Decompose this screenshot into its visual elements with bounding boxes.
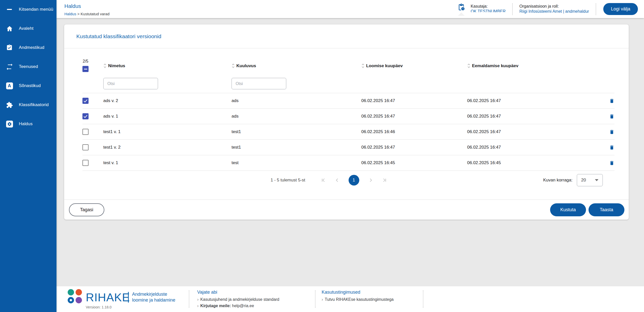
prev-page-icon[interactable] (335, 178, 339, 182)
terms-title[interactable]: Kasutustingimused (322, 290, 394, 295)
sort-icon[interactable] (361, 63, 365, 68)
brand-tagline: Andmekirjelduste loomine ja haldamine (132, 291, 175, 303)
delete-row-icon[interactable] (603, 129, 614, 135)
column-label: Loomise kuupäev (366, 63, 403, 68)
page-size-label: Kuvan korraga: (543, 178, 573, 183)
column-label: Eemaldamise kuupäev (472, 63, 518, 68)
restore-button[interactable]: Taasta (589, 203, 624, 216)
page-size-select[interactable]: 20 (577, 174, 603, 186)
sidebar-item-avaleht[interactable]: Avaleht (0, 23, 56, 34)
table-body: ads v. 2 ads 06.02.2025 16:47 06.02.2025… (82, 93, 614, 171)
cell-nimetus: test v. 1 (103, 160, 232, 165)
breadcrumb-root-link[interactable]: Haldus (64, 12, 76, 16)
cell-removed: 06.02.2025 16:47 (467, 114, 603, 119)
sidebar-item-label: Teenused (19, 64, 38, 69)
sidebar-item-label: Haldus (19, 121, 33, 126)
cell-kuuluvus: test (232, 160, 361, 165)
brand-divider (128, 292, 129, 303)
sort-icon[interactable] (232, 63, 235, 68)
cell-removed: 06.02.2025 16:45 (467, 160, 603, 165)
logout-button[interactable]: Logi välja (603, 3, 638, 15)
cell-kuuluvus: test1 (232, 129, 361, 134)
cell-created: 06.02.2025 16:47 (361, 145, 467, 150)
delete-row-icon[interactable] (603, 114, 614, 119)
clipboard-clock-icon[interactable] (457, 3, 465, 15)
org-block: Organisatsioon ja roll: Riigi Infosüstee… (519, 3, 596, 15)
page-number-button[interactable]: 1 (349, 175, 359, 186)
cell-created: 06.02.2025 16:47 (361, 114, 467, 119)
column-label: Kuuluvus (236, 63, 256, 68)
rihake-logo-text: RIHAKE (86, 291, 130, 304)
chevron-down-icon (595, 179, 598, 181)
column-header-loomise-kuupaev[interactable]: Loomise kuupäev (361, 63, 467, 68)
cell-nimetus: test1 v. 2 (103, 145, 232, 150)
sort-icon[interactable] (467, 63, 470, 68)
deleted-versions-card: Kustutatud klassifikaatori versioonid 2/… (64, 24, 629, 220)
user-value: OK TESTNUMBER (471, 9, 506, 12)
last-page-icon[interactable] (382, 178, 387, 182)
delete-row-icon[interactable] (603, 160, 614, 166)
table: 2/5 Nimetus Kuuluvus Loomise kuupäev (64, 59, 629, 188)
rihake-logo-dots (68, 289, 82, 304)
sidebar-item-label: Sõnastikud (19, 83, 41, 88)
cell-nimetus: ads v. 2 (103, 98, 232, 103)
back-button[interactable]: Tagasi (69, 203, 104, 216)
card-title: Kustutatud klassifikaatori versioonid (64, 24, 629, 48)
table-row: test1 v. 2 test1 06.02.2025 16:47 06.02.… (82, 140, 614, 155)
clipboard-check-icon (0, 44, 19, 51)
row-checkbox[interactable] (82, 113, 89, 119)
row-checkbox[interactable] (82, 129, 89, 135)
home-icon (0, 25, 19, 32)
cell-kuuluvus: test1 (232, 145, 361, 150)
card-actions: Tagasi Kustuta Taasta (64, 200, 629, 220)
sidebar-item-andmestikud[interactable]: Andmestikud (0, 42, 56, 53)
sidebar-item-teenused[interactable]: Teenused (0, 61, 56, 72)
puzzle-icon (0, 102, 19, 108)
pagination: 1 - 5 tulemust 5-st 1 (82, 173, 614, 188)
sidebar-item-klassifikaatorid[interactable]: Klassifikaatorid (0, 100, 56, 110)
table-row: test1 v. 1 test1 06.02.2025 16:46 06.02.… (82, 124, 614, 140)
delete-button[interactable]: Kustuta (550, 203, 586, 216)
column-label: Nimetus (108, 63, 125, 68)
column-header-eemaldamise-kuupaev[interactable]: Eemaldamise kuupäev (467, 63, 603, 68)
column-header-nimetus[interactable]: Nimetus (103, 63, 232, 68)
sort-icon[interactable] (103, 63, 107, 68)
cell-nimetus: ads v. 1 (103, 114, 232, 119)
version-label: Versioon: 1.18.0 (86, 305, 111, 309)
help-link-email[interactable]: ›Kirjutage meile: help@ria.ee (197, 304, 279, 308)
pagination-summary: 1 - 5 tulemust 5-st (270, 178, 305, 183)
filter-input-nimetus[interactable] (103, 78, 158, 89)
sidebar-collapse-label: Kitsendan menüü (19, 7, 53, 12)
collapse-minus-icon (0, 9, 19, 10)
sidebar-item-haldus[interactable]: Haldus (0, 119, 56, 129)
sidebar-item-sonastikud[interactable]: A Sõnastikud (0, 80, 56, 91)
select-all-checkbox[interactable] (82, 66, 89, 72)
row-checkbox[interactable] (82, 160, 89, 166)
first-page-icon[interactable] (321, 178, 326, 182)
column-header-kuuluvus[interactable]: Kuuluvus (232, 63, 361, 68)
table-row: ads v. 1 ads 06.02.2025 16:47 06.02.2025… (82, 109, 614, 124)
row-checkbox[interactable] (82, 98, 89, 104)
row-checkbox[interactable] (82, 144, 89, 150)
next-page-icon[interactable] (368, 178, 373, 182)
table-row: ads v. 2 ads 06.02.2025 16:47 06.02.2025… (82, 93, 614, 109)
gear-square-icon (0, 121, 19, 127)
filter-input-kuuluvus[interactable] (232, 78, 286, 89)
breadcrumb-current: Kustutatud varad (81, 12, 109, 16)
delete-row-icon[interactable] (603, 145, 614, 150)
selection-count: 2/5 (82, 59, 88, 64)
org-value[interactable]: Riigi Infosüsteemi Amet | andmehaldur (519, 9, 589, 13)
sidebar-item-label: Avaleht (19, 26, 34, 31)
breadcrumb: Haldus > Kustutatud varad (64, 12, 109, 16)
delete-row-icon[interactable] (603, 98, 614, 104)
user-label: Kasutaja: (471, 3, 506, 9)
user-block: Kasutaja: OK TESTNUMBER (471, 3, 513, 15)
tooltip-arrow (458, 12, 465, 16)
sidebar-collapse-button[interactable]: Kitsendan menüü (0, 4, 56, 15)
help-title[interactable]: Vajate abi (197, 290, 279, 295)
letter-a-icon: A (0, 82, 19, 89)
cell-removed: 06.02.2025 16:47 (467, 129, 603, 134)
terms-link[interactable]: ›Tutvu RIHAKEse kasutustingimustega (322, 297, 394, 302)
footer-terms-section: Kasutustingimused ›Tutvu RIHAKEse kasutu… (322, 290, 394, 304)
help-link-manual[interactable]: ›Kasutusjuhend ja andmekirjelduse standa… (197, 297, 279, 302)
